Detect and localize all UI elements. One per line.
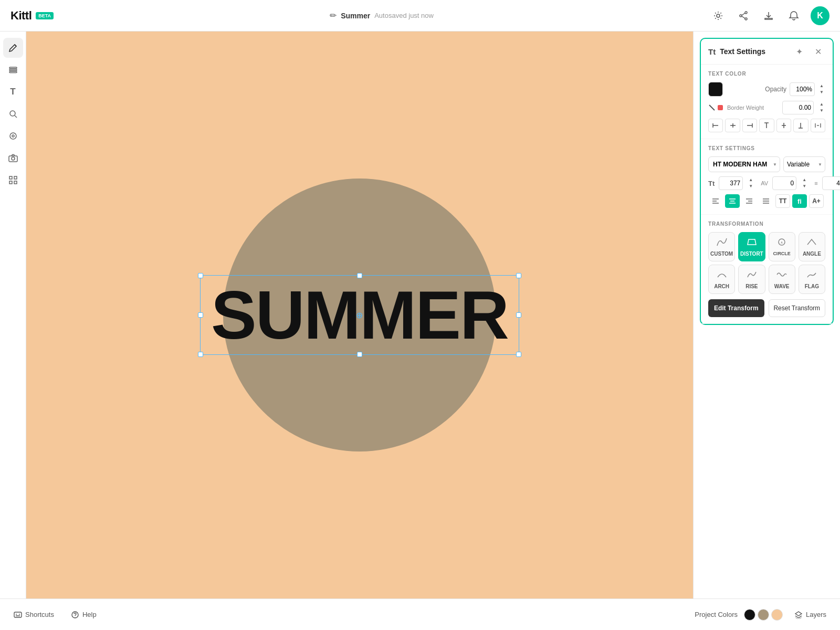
font-tt-icon: Tt <box>708 180 715 187</box>
shortcuts-button[interactable]: Shortcuts <box>8 607 59 622</box>
text-align-center[interactable] <box>725 194 740 208</box>
text-element-container[interactable]: ⊕ SUMMER <box>200 275 519 355</box>
align-left-btn[interactable] <box>708 119 723 132</box>
font-size-down[interactable]: ▼ <box>747 183 754 190</box>
transform-wave[interactable]: WAVE <box>769 265 795 294</box>
opacity-up[interactable]: ▲ <box>818 83 825 89</box>
tracking-up[interactable]: ▲ <box>801 177 808 183</box>
font-size-up[interactable]: ▲ <box>747 177 754 183</box>
border-down[interactable]: ▼ <box>818 108 825 114</box>
color-row: Opacity ▲ ▼ <box>708 82 825 97</box>
svg-point-0 <box>717 14 720 17</box>
text-align-right[interactable] <box>742 194 757 208</box>
topbar-right: K <box>710 6 830 25</box>
settings-button[interactable] <box>710 7 727 24</box>
border-row: Border Weight ▲ ▼ <box>708 101 825 114</box>
help-label: Help <box>82 611 97 618</box>
edit-transform-button[interactable]: Edit Transform <box>708 299 764 317</box>
text-color-label: TEXT COLOR <box>708 71 825 77</box>
text-style-tt[interactable]: TT <box>775 194 790 208</box>
text-color-swatch[interactable] <box>708 82 723 97</box>
project-color-2[interactable] <box>758 609 769 621</box>
reset-transform-button[interactable]: Reset Transform <box>769 299 826 317</box>
sidebar-item-camera[interactable] <box>3 148 23 168</box>
align-top-btn[interactable] <box>759 119 774 132</box>
svg-line-4 <box>742 13 745 15</box>
resize-handle-mr[interactable] <box>516 312 521 318</box>
text-align-left[interactable] <box>708 194 723 208</box>
resize-handle-ml[interactable] <box>198 312 203 318</box>
layers-button[interactable]: Layers <box>789 607 832 622</box>
text-align-justify[interactable] <box>759 194 773 208</box>
svg-line-5 <box>742 16 745 18</box>
custom-icon <box>716 237 728 249</box>
panel-close-button[interactable]: ✕ <box>811 44 825 59</box>
user-avatar[interactable]: K <box>811 6 830 25</box>
notification-button[interactable] <box>785 7 802 24</box>
sidebar-item-grid[interactable] <box>3 170 23 190</box>
sidebar-item-layers[interactable] <box>3 60 23 80</box>
panel-star-button[interactable]: ✦ <box>792 44 806 59</box>
project-color-1[interactable] <box>744 609 755 621</box>
right-panel: Tt Text Settings ✦ ✕ TEXT COLOR Opacity … <box>693 32 840 598</box>
opacity-label: Opacity <box>765 86 786 93</box>
resize-handle-br[interactable] <box>516 352 521 357</box>
distribute-btn[interactable] <box>811 119 825 132</box>
opacity-down[interactable]: ▼ <box>818 89 825 96</box>
download-button[interactable] <box>760 7 777 24</box>
sidebar-item-edit[interactable] <box>3 38 23 58</box>
align-bottom-btn[interactable] <box>793 119 808 132</box>
resize-handle-tl[interactable] <box>198 273 203 278</box>
project-color-3[interactable] <box>771 609 783 621</box>
border-up[interactable]: ▲ <box>818 101 825 108</box>
font-size-input[interactable] <box>719 176 743 190</box>
opacity-input[interactable] <box>790 82 815 96</box>
resize-handle-tm[interactable] <box>357 273 362 278</box>
transform-angle[interactable]: ANGLE <box>799 232 825 261</box>
leading-input[interactable] <box>822 176 840 190</box>
transform-flag[interactable]: FLAG <box>799 265 825 294</box>
svg-point-11 <box>10 133 16 139</box>
sidebar-item-magic[interactable] <box>3 126 23 146</box>
help-button[interactable]: Help <box>66 607 102 622</box>
align-center-h-btn[interactable] <box>725 119 740 132</box>
transform-arch[interactable]: ARCH <box>708 265 735 294</box>
canvas-content: ⊕ SUMMER <box>171 126 549 504</box>
summer-text: SUMMER <box>211 281 508 349</box>
resize-handle-bl[interactable] <box>198 352 203 357</box>
project-name[interactable]: Summer <box>341 12 370 20</box>
sidebar-item-search[interactable] <box>3 104 23 124</box>
opacity-stepper: ▲ ▼ <box>818 83 825 96</box>
tracking-label: AV <box>761 180 768 186</box>
resize-handle-tr[interactable] <box>516 273 521 278</box>
transform-distort[interactable]: DISTORT <box>738 232 765 261</box>
svg-rect-18 <box>14 181 17 184</box>
svg-point-14 <box>12 157 15 160</box>
share-button[interactable] <box>735 7 752 24</box>
text-style-fi[interactable]: fi <box>792 194 807 208</box>
autosave-status: Autosaved just now <box>374 12 434 19</box>
transform-rise[interactable]: RISE <box>738 265 765 294</box>
weight-select[interactable]: Variable Bold Regular <box>783 156 825 172</box>
wave-icon <box>776 270 788 282</box>
canvas-area[interactable]: ⊕ SUMMER <box>26 32 693 598</box>
text-style-aplus[interactable]: A+ <box>809 194 824 208</box>
arch-icon <box>716 270 728 282</box>
rise-label: RISE <box>746 284 758 289</box>
transform-custom[interactable]: CUSTOM <box>708 232 735 261</box>
align-right-btn[interactable] <box>742 119 757 132</box>
pencil-icon: ✏ <box>330 10 337 20</box>
arch-label: ARCH <box>714 284 729 289</box>
font-select[interactable]: HT MODERN HAM <box>708 156 780 172</box>
transform-circle[interactable]: A CIRCLE <box>769 232 795 261</box>
sidebar-item-text[interactable]: T <box>3 82 23 102</box>
align-middle-btn[interactable] <box>776 119 791 132</box>
svg-line-10 <box>15 116 17 118</box>
flag-label: FLAG <box>805 284 819 289</box>
border-weight-input[interactable] <box>782 101 814 114</box>
tracking-input[interactable] <box>772 176 796 190</box>
border-color-btn[interactable] <box>708 104 723 111</box>
resize-handle-bm[interactable] <box>357 352 362 357</box>
tracking-down[interactable]: ▼ <box>801 183 808 190</box>
svg-rect-7 <box>9 69 17 71</box>
